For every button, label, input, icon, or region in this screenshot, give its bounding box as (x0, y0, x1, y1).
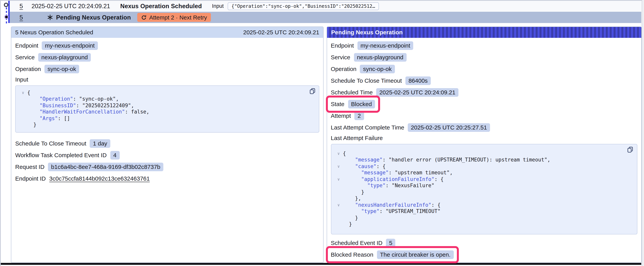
code-text: } (27, 122, 36, 128)
code-line: "BusinessID": "20250225122409", (19, 102, 316, 109)
code-line: "HandlerWaitForCancellation": false, (19, 109, 316, 115)
field-label: Scheduled Time (331, 89, 373, 96)
window-left-border (0, 0, 1, 266)
field-value-badge: my-nexus-endpoint (357, 41, 413, 50)
field-row: Attempt2 (331, 111, 364, 120)
code-text: } (343, 215, 358, 221)
pending-event-id-link[interactable]: 5 (20, 14, 23, 21)
code-text: "message": "handler error (UPSTREAM_TIME… (343, 157, 550, 163)
code-text: } (343, 221, 352, 227)
asterisk-icon (47, 15, 53, 20)
last-attempt-failure-label: Last Attempt Failure (331, 134, 637, 142)
code-line: } (334, 189, 634, 195)
collapse-chevron-icon[interactable]: ∨ (334, 176, 343, 182)
copy-button[interactable] (627, 146, 634, 153)
field-row: Servicenexus-playground (15, 53, 91, 62)
copy-button[interactable] (309, 88, 316, 95)
chevron-spacer (19, 109, 27, 115)
code-text: "nexusHandlerFailureInfo": { (343, 202, 440, 208)
event-detail-fields-top: Endpointmy-nexus-endpointServicenexus-pl… (15, 41, 319, 74)
code-text: "applicationFailureInfo": { (343, 176, 444, 182)
code-line: } (334, 221, 634, 227)
code-text: "type": "UPSTREAM_TIMEOUT" (343, 208, 440, 215)
chevron-spacer (334, 195, 343, 202)
field-value-badge: 86400s (406, 76, 431, 85)
code-text: "cause": { (343, 163, 386, 170)
timeline-open-circle-icon (4, 3, 8, 7)
field-row: StateBlocked (331, 99, 375, 109)
field-value-badge: sync-op-ok (44, 65, 79, 73)
field-label: Endpoint ID (15, 175, 46, 182)
field-value-badge: nexus-playground (354, 53, 406, 61)
collapse-chevron-icon[interactable]: ∨ (334, 163, 343, 170)
code-line: "type": "UPSTREAM_TIMEOUT" (334, 208, 634, 215)
collapse-chevron-icon[interactable]: ∨ (19, 90, 27, 96)
code-text: }, (343, 195, 361, 202)
field-value-badge: 2 (354, 111, 364, 120)
pending-fields-top: Endpointmy-nexus-endpointServicenexus-pl… (331, 41, 637, 132)
pending-operation-row[interactable]: 5 Pending Nexus Operation Attempt 2 · Ne… (10, 12, 641, 23)
event-summary-row[interactable]: 5 2025-02-25 UTC 20:24:09.21 Nexus Opera… (10, 1, 641, 11)
attempt-retry-label: Attempt 2 · Next Retry (149, 14, 207, 21)
code-line: "Args": [] (19, 115, 316, 122)
code-line: ∨ "nexusHandlerFailureInfo": { (334, 202, 634, 208)
field-label: Workflow Task Completed Event ID (15, 152, 106, 158)
field-label: Service (331, 54, 350, 61)
field-row: Servicenexus-playground (331, 53, 406, 62)
chevron-spacer (334, 170, 343, 176)
collapse-chevron-icon[interactable]: ∨ (334, 202, 343, 208)
chevron-spacer (19, 115, 27, 122)
code-line: } (19, 122, 316, 128)
event-time: 2025-02-25 UTC 20:24:09.21 (32, 3, 110, 10)
field-value-badge: 4 (110, 151, 120, 159)
field-row: Last Attempt Complete Time2025-02-25 UTC… (331, 123, 490, 132)
chevron-spacer (334, 215, 343, 221)
pending-fields-bottom: Scheduled Event ID5Blocked ReasonThe cir… (331, 238, 637, 259)
field-label: Endpoint (331, 42, 354, 49)
field-row: Request IDb1c6a4bc-8ee7-468a-9169-df3b02… (15, 162, 164, 171)
collapse-chevron-icon[interactable]: ∨ (334, 150, 343, 157)
code-text: "Args": [] (27, 115, 70, 122)
code-line: "message": "handler error (UPSTREAM_TIME… (334, 157, 634, 163)
chevron-spacer (19, 96, 27, 102)
code-text: { (27, 90, 30, 96)
temporal-event-history-view: 5 2025-02-25 UTC 20:24:09.21 Nexus Opera… (0, 0, 644, 266)
field-value-link[interactable]: 3c0c75ccfa8144b092c13ce632463761 (49, 175, 150, 182)
event-detail-panel-header: 5 Nexus Operation Scheduled 2025-02-25 U… (11, 27, 323, 38)
code-text: "BusinessID": "20250225122409", (27, 102, 134, 109)
field-label: Schedule To Close Timeout (15, 140, 86, 147)
event-id-link[interactable]: 5 (20, 3, 23, 10)
window-right-edge (642, 0, 644, 266)
code-line: }, (334, 195, 634, 202)
code-text: "Operation": "sync-op-ok", (27, 96, 119, 102)
event-title: Nexus Operation Scheduled (120, 3, 202, 10)
bottom-border-line (1, 263, 641, 265)
field-value-badge: 5 (386, 238, 396, 247)
chevron-spacer (334, 221, 343, 227)
event-detail-fields-bottom: Schedule To Close Timeout1 dayWorkflow T… (15, 139, 319, 183)
code-text: "message": "upstream timeout", (343, 170, 453, 176)
code-line: ∨ "applicationFailureInfo": { (334, 176, 634, 182)
pending-panel-title: Pending Nexus Operation (331, 29, 403, 36)
input-preview-chip[interactable]: {"Operation":"sync-op-ok","BusinessID":"… (228, 2, 379, 10)
input-json: ∨{ "Operation": "sync-op-ok", "BusinessI… (19, 90, 316, 128)
chevron-spacer (19, 102, 27, 109)
code-line: ∨{ (19, 90, 316, 96)
code-line: ∨{ (334, 150, 634, 157)
field-value-badge: 1 day (90, 139, 110, 148)
field-label: Last Attempt Complete Time (331, 124, 404, 131)
field-label: Scheduled Event ID (331, 239, 382, 246)
input-label: Input (212, 3, 224, 9)
code-text: "HandlerWaitForCancellation": false, (27, 109, 149, 115)
field-value-badge: b1c6a4bc-8ee7-468a-9169-df3b02c8737b (48, 162, 163, 171)
copy-icon (627, 146, 634, 153)
chevron-spacer (334, 157, 343, 163)
field-row: Endpointmy-nexus-endpoint (331, 41, 414, 50)
field-row: Workflow Task Completed Event ID4 (15, 150, 120, 160)
code-line: "message": "upstream timeout", (334, 170, 634, 176)
failure-code-block: ∨{ "message": "handler error (UPSTREAM_T… (331, 144, 637, 234)
code-text: "type": "NexusFailure" (343, 182, 434, 189)
chevron-spacer (19, 122, 27, 128)
field-value-badge: my-nexus-endpoint (42, 41, 98, 50)
code-line: ∨ "cause": { (334, 163, 634, 170)
